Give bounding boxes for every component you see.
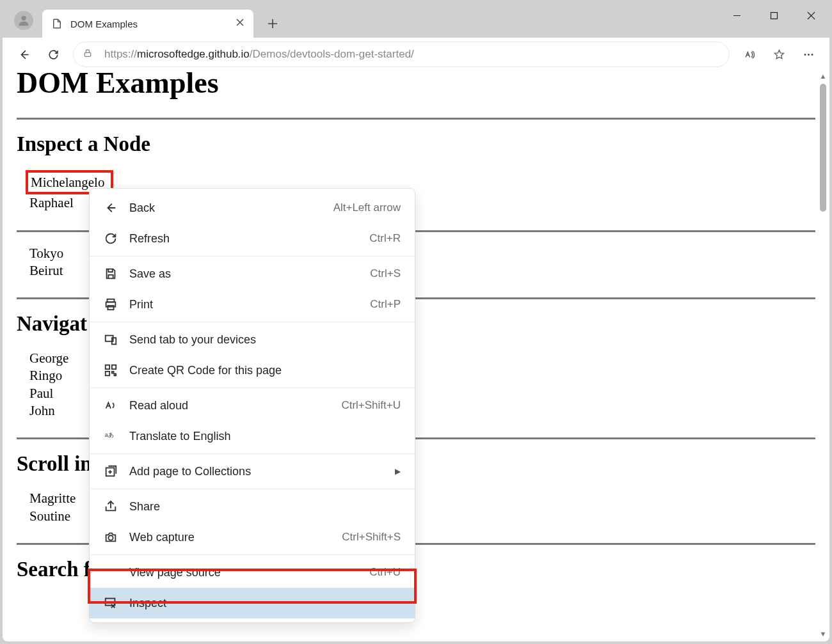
capture-icon [104, 530, 118, 544]
svg-rect-17 [106, 599, 115, 606]
tab-title: DOM Examples [70, 19, 236, 29]
svg-rect-1 [771, 12, 777, 19]
context-menu-send-tab[interactable]: Send tab to your devices [90, 324, 415, 355]
section-heading: Inspect a Node [17, 132, 815, 156]
url-text: https://microsoftedge.github.io/Demos/de… [104, 48, 414, 61]
file-icon [51, 18, 63, 29]
profile-avatar[interactable] [14, 11, 33, 30]
print-icon [104, 297, 118, 311]
new-tab-button[interactable] [260, 11, 285, 36]
nav-refresh-button[interactable] [40, 41, 67, 68]
nav-back-button[interactable] [10, 41, 37, 68]
chevron-right-icon: ▶ [395, 467, 401, 476]
save-icon [104, 267, 118, 281]
context-menu-read-aloud[interactable]: Read aloud Ctrl+Shift+U [90, 390, 415, 421]
close-window-button[interactable] [792, 3, 829, 28]
context-menu-save-as[interactable]: Save as Ctrl+S [90, 258, 415, 289]
menu-separator [90, 388, 415, 388]
translate-icon: aあ [104, 429, 118, 443]
svg-point-3 [804, 54, 806, 56]
collections-icon [104, 464, 118, 478]
context-menu-refresh[interactable]: Refresh Ctrl+R [90, 223, 415, 254]
window-controls [718, 3, 829, 28]
divider [17, 118, 815, 120]
context-menu-web-capture[interactable]: Web capture Ctrl+Shift+S [90, 522, 415, 553]
titlebar: DOM Examples [3, 3, 829, 38]
scroll-down-icon[interactable]: ▼ [818, 629, 828, 639]
svg-point-16 [108, 535, 113, 540]
scroll-up-icon[interactable]: ▲ [818, 71, 828, 81]
context-menu-print[interactable]: Print Ctrl+P [90, 289, 415, 320]
svg-rect-2 [84, 52, 90, 56]
svg-point-0 [21, 16, 26, 20]
favorites-button[interactable] [765, 41, 792, 68]
address-bar[interactable]: https://microsoftedge.github.io/Demos/de… [73, 42, 730, 67]
page-title: DOM Examples [17, 71, 815, 100]
scroll-thumb[interactable] [820, 84, 826, 212]
devices-icon [104, 333, 118, 347]
menu-separator [90, 453, 415, 454]
menu-separator [90, 256, 415, 256]
vertical-scrollbar[interactable]: ▲ ▼ [818, 71, 828, 639]
context-menu-qr-code[interactable]: Create QR Code for this page [90, 355, 415, 386]
context-menu-inspect[interactable]: Inspect [90, 588, 415, 618]
context-menu-view-source[interactable]: View page source Ctrl+U [90, 557, 415, 588]
read-aloud-icon [104, 398, 118, 412]
svg-rect-12 [112, 365, 116, 369]
toolbar: https://microsoftedge.github.io/Demos/de… [3, 38, 829, 71]
minimize-button[interactable] [718, 3, 755, 28]
inspect-icon [104, 596, 118, 610]
refresh-icon [104, 232, 118, 246]
maximize-button[interactable] [755, 3, 792, 28]
context-menu: Back Alt+Left arrow Refresh Ctrl+R Save … [89, 188, 415, 623]
arrow-left-icon [104, 201, 118, 215]
share-icon [104, 499, 118, 514]
close-tab-icon[interactable] [236, 18, 244, 29]
browser-tab[interactable]: DOM Examples [42, 10, 253, 38]
read-aloud-button[interactable] [736, 41, 763, 68]
svg-text:aあ: aあ [105, 432, 114, 438]
settings-menu-button[interactable] [795, 41, 822, 68]
svg-rect-11 [106, 365, 109, 369]
context-menu-share[interactable]: Share [90, 491, 415, 522]
context-menu-collections[interactable]: Add page to Collections ▶ [90, 456, 415, 487]
svg-point-4 [808, 54, 810, 56]
svg-rect-13 [106, 372, 109, 375]
lock-icon [83, 48, 104, 61]
context-menu-back[interactable]: Back Alt+Left arrow [90, 192, 415, 223]
menu-separator [90, 554, 415, 555]
menu-separator [90, 489, 415, 489]
qr-icon [104, 363, 118, 377]
context-menu-translate[interactable]: aあ Translate to English [90, 421, 415, 452]
svg-point-5 [811, 54, 813, 56]
menu-separator [90, 322, 415, 322]
